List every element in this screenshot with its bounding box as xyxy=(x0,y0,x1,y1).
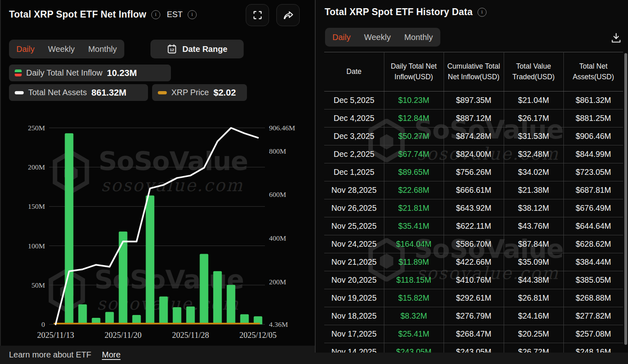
cell-date: Dec 2,2025 xyxy=(324,145,384,163)
cell-value: $87.84M xyxy=(504,235,563,253)
cell-value: $268.47M xyxy=(444,325,504,343)
download-button[interactable] xyxy=(608,30,624,46)
cell-value: $44.38M xyxy=(504,271,563,289)
cell-value: $22.68M xyxy=(384,181,444,199)
cell-value: $50.27M xyxy=(384,127,444,145)
share-icon xyxy=(283,10,294,20)
amber-dash-icon xyxy=(158,91,167,94)
cell-value: $26.17M xyxy=(504,109,563,127)
cell-value: $11.89M xyxy=(384,253,444,271)
sosovalue-watermark: SoSoValue sosovalue.com xyxy=(47,267,244,314)
svg-text:100M: 100M xyxy=(28,242,45,250)
table-title: Total XRP Spot ETF History Data xyxy=(325,7,473,18)
cell-value: $666.61M xyxy=(444,181,504,199)
cell-value: $15.82M xyxy=(384,289,444,307)
cell-value: $21.38M xyxy=(504,181,563,199)
table-period-tabs: Daily Weekly Monthly xyxy=(325,28,440,47)
tab-monthly[interactable]: Monthly xyxy=(88,45,117,54)
table-row: Nov 19,2025$15.82M$292.61M$26.81M$268.88… xyxy=(324,289,623,307)
cell-date: Nov 18,2025 xyxy=(324,307,384,325)
svg-text:250M: 250M xyxy=(28,124,45,132)
info-icon[interactable]: i xyxy=(151,10,160,19)
cell-value: $676.49M xyxy=(563,199,623,217)
chart-period-tabs: Daily Weekly Monthly xyxy=(9,40,124,58)
cell-value: $622.11M xyxy=(444,217,504,235)
svg-text:4.36M: 4.36M xyxy=(269,320,288,328)
table-row: Nov 24,2025$164.04M$586.70M$87.84M$628.6… xyxy=(324,235,623,253)
watermark-brand: SoSoValue xyxy=(99,148,248,174)
cell-date: Nov 20,2025 xyxy=(324,271,384,289)
table-row: Nov 28,2025$22.68M$666.61M$21.38M$687.81… xyxy=(324,181,623,199)
tab-weekly[interactable]: Weekly xyxy=(48,45,74,54)
cell-value: $243.05M xyxy=(444,343,504,353)
svg-text:12: 12 xyxy=(170,47,174,52)
table-row: Nov 18,2025$8.32M$276.79M$24.16M$277.82M xyxy=(324,307,623,325)
footer-more-link[interactable]: More xyxy=(102,350,121,360)
cell-value: $292.61M xyxy=(444,289,504,307)
cell-value: $20.25M xyxy=(504,325,563,343)
svg-text:2025/12/05: 2025/12/05 xyxy=(239,331,276,339)
cell-value: $887.12M xyxy=(444,109,504,127)
cell-value: $881.25M xyxy=(563,109,623,127)
legend-value: 861.32M xyxy=(91,87,126,98)
cell-value: $24.16M xyxy=(504,307,563,325)
fullscreen-button[interactable] xyxy=(246,4,269,26)
svg-text:50M: 50M xyxy=(31,281,45,289)
table-row: Nov 25,2025$35.41M$622.11M$43.76M$644.64… xyxy=(324,217,623,235)
svg-text:600M: 600M xyxy=(269,190,286,199)
etf-dashboard: Learn more about ETF More SoSoValue soso… xyxy=(0,0,628,364)
col-total-value-traded: Total Value Traded(USD) xyxy=(504,52,563,92)
watermark-brand: SoSoValue xyxy=(94,267,244,293)
date-range-button[interactable]: 12 Date Range xyxy=(150,40,244,58)
cell-value: $824.00M xyxy=(444,145,504,163)
svg-text:200M: 200M xyxy=(28,163,45,171)
cell-value: $586.70M xyxy=(444,235,504,253)
table-row: Nov 17,2025$25.41M$268.47M$20.25M$257.08… xyxy=(324,325,623,343)
tab-daily[interactable]: Daily xyxy=(16,45,34,54)
table-row: Dec 4,2025$12.84M$887.12M$26.17M$881.25M xyxy=(324,109,623,127)
col-cumulative-net-inflow: Cumulative Total Net Inflow(USD) xyxy=(444,52,504,92)
svg-text:2025/11/28: 2025/11/28 xyxy=(172,331,209,339)
cell-value: $723.05M xyxy=(563,163,623,181)
legend-xrp-price[interactable]: XRP Price $2.02 xyxy=(152,84,247,101)
legend-value: $2.02 xyxy=(213,87,236,98)
footer-text: Learn more about ETF xyxy=(9,350,91,360)
cell-value: $644.64M xyxy=(563,217,623,235)
table-scrollbar[interactable] xyxy=(624,53,627,345)
info-icon[interactable]: i xyxy=(188,10,197,19)
table-header-row: Date Daily Total Net Inflow(USD) Cumulat… xyxy=(324,52,623,92)
cell-value: $384.44M xyxy=(563,253,623,271)
cell-date: Nov 17,2025 xyxy=(324,325,384,343)
table-row: Nov 14,2025$243.05M$243.05M$26.72M$248.1… xyxy=(324,343,623,353)
window-edge xyxy=(0,0,1,346)
legend-label: XRP Price xyxy=(171,88,209,97)
col-total-net-assets: Total Net Assets(USD) xyxy=(563,52,623,92)
cell-value: $118.15M xyxy=(384,271,444,289)
share-button[interactable] xyxy=(276,4,300,26)
cell-value: $32.48M xyxy=(504,145,563,163)
svg-text:400M: 400M xyxy=(269,234,286,242)
watermark-domain: sosovalue.com xyxy=(97,294,244,314)
sosovalue-logo-icon xyxy=(47,269,86,312)
tab-monthly[interactable]: Monthly xyxy=(404,33,433,42)
table-row: Dec 2,2025$67.74M$824.00M$32.48M$844.99M xyxy=(324,145,623,163)
cell-date: Dec 5,2025 xyxy=(324,92,384,109)
cell-value: $89.65M xyxy=(384,163,444,181)
sosovalue-logo-icon xyxy=(52,150,90,194)
info-icon[interactable]: i xyxy=(478,8,487,17)
cell-value: $687.81M xyxy=(563,181,623,199)
cell-value: $38.12M xyxy=(504,199,563,217)
legend-total-net-assets[interactable]: Total Net Assets 861.32M xyxy=(9,84,148,101)
tab-weekly[interactable]: Weekly xyxy=(364,33,390,42)
legend-daily-net-inflow[interactable]: Daily Total Net Inflow 10.23M xyxy=(9,65,171,81)
cell-value: $8.32M xyxy=(384,307,444,325)
tab-daily[interactable]: Daily xyxy=(332,33,350,42)
cell-value: $21.81M xyxy=(384,199,444,217)
table-row: Dec 5,2025$10.23M$897.35M$21.04M$861.32M xyxy=(324,92,623,109)
date-range-label: Date Range xyxy=(182,45,227,54)
cell-value: $385.05M xyxy=(563,271,623,289)
cell-value: $844.99M xyxy=(563,145,623,163)
cell-value: $874.28M xyxy=(444,127,504,145)
cell-value: $248.16M xyxy=(563,343,623,353)
svg-text:2025/11/20: 2025/11/20 xyxy=(105,331,141,339)
